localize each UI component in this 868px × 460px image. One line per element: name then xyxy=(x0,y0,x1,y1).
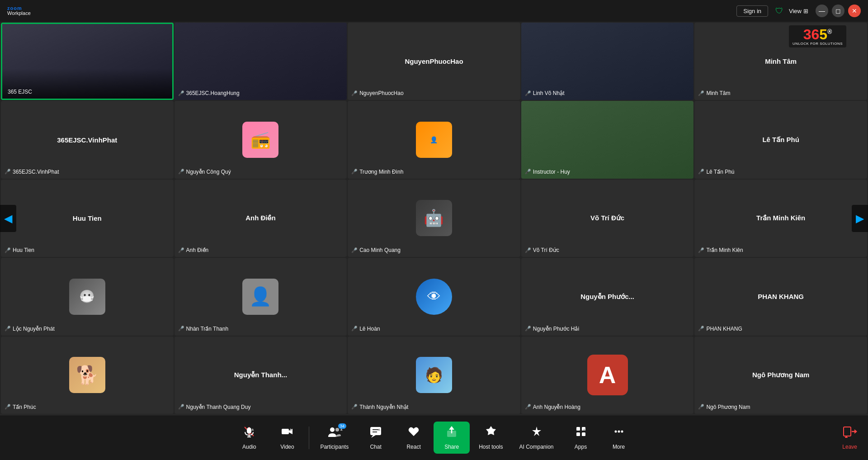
participant-cell-18[interactable]: 👁 🎤 Lê Hoàn xyxy=(348,258,520,335)
close-button[interactable]: ✕ xyxy=(848,5,861,17)
leave-button[interactable]: Leave xyxy=(842,425,857,450)
registered-mark: ® xyxy=(827,28,832,35)
toolbar-ai-companion[interactable]: AI Companion xyxy=(512,422,561,454)
video-chevron: ▲ xyxy=(289,427,293,432)
participant-cell-4[interactable]: 🎤 Linh Võ Nhật xyxy=(521,23,694,100)
participant-name-label-6: 🎤 365EJSC.VinhPhat xyxy=(5,169,59,175)
svg-point-21 xyxy=(614,431,617,433)
participant-name-label-21: 🎤 Tấn Phúc xyxy=(5,404,36,410)
view-button[interactable]: View ⊞ xyxy=(789,8,808,14)
participant-cell-19[interactable]: Nguyễn Phước... 🎤 Nguyễn Phước Hải xyxy=(521,258,694,335)
participant-cell-15[interactable]: Trần Minh Kiên 🎤 Trần Minh Kiên xyxy=(694,180,867,257)
grid-icon: ⊞ xyxy=(803,8,808,14)
mute-icon-18: 🎤 xyxy=(351,326,358,332)
participant-cell-3[interactable]: NguyenPhuocHao 🎤 NguyenPhuocHao xyxy=(348,23,520,100)
participant-cell-23[interactable]: 🧑 🎤 Thành Nguyễn Nhật xyxy=(348,337,520,414)
video-grid: 365 EJSC 🎤 365EJSC.HoangHung NguyenPhuoc… xyxy=(0,22,868,415)
react-label: React xyxy=(406,444,420,450)
ai-companion-icon xyxy=(530,425,543,441)
participant-name-label-11: 🎤 Huu Tien xyxy=(5,247,34,253)
participant-name-label-25: 🎤 Ngô Phương Nam xyxy=(698,404,750,410)
video-label: Video xyxy=(280,444,294,450)
svg-marker-10 xyxy=(371,435,376,438)
participant-display-name-11: Huu Tien xyxy=(69,213,105,224)
svg-point-8 xyxy=(335,428,339,432)
svg-point-7 xyxy=(330,427,335,432)
mute-icon-12: 🎤 xyxy=(178,247,184,253)
participant-cell-25[interactable]: Ngô Phương Nam 🎤 Ngô Phương Nam xyxy=(694,337,867,414)
window-controls: — ◻ ✕ xyxy=(816,5,861,17)
leave-icon xyxy=(843,425,857,441)
mute-icon-22: 🎤 xyxy=(178,404,184,410)
mute-icon-4: 🎤 xyxy=(525,90,531,96)
toolbar-audio[interactable]: ▲ Audio xyxy=(231,422,267,454)
participant-cell-11[interactable]: Huu Tien 🎤 Huu Tien xyxy=(1,180,174,257)
participant-name-label-19: 🎤 Nguyễn Phước Hải xyxy=(525,326,579,332)
mute-icon-23: 🎤 xyxy=(351,404,358,410)
toolbar-apps[interactable]: ▲ Apps xyxy=(563,422,599,454)
toolbar-chat[interactable]: ▲ Chat xyxy=(358,422,394,454)
participant-cell-22[interactable]: Nguyễn Thanh... 🎤 Nguyễn Thanh Quang Duy xyxy=(175,337,347,414)
participant-display-name-19: Nguyễn Phước... xyxy=(577,291,638,303)
mute-icon-24: 🎤 xyxy=(525,404,531,410)
more-label: More xyxy=(613,444,625,450)
participant-cell-20[interactable]: PHAN KHANG 🎤 PHAN KHANG xyxy=(694,258,867,335)
next-page-button[interactable]: ▶ xyxy=(852,205,868,232)
toolbar-more[interactable]: More xyxy=(601,422,637,454)
toolbar-share[interactable]: Share xyxy=(434,422,470,454)
toolbar-participants[interactable]: 34 ▲ Participants xyxy=(313,422,356,454)
participants-chevron: ▲ xyxy=(340,427,344,432)
video-icon: ▲ xyxy=(281,425,293,441)
participant-display-name-15: Trần Minh Kiên xyxy=(753,212,809,224)
toolbar-react[interactable]: React xyxy=(396,422,432,454)
participant-name-label-20: 🎤 PHAN KHANG xyxy=(698,326,742,332)
audio-label: Audio xyxy=(242,444,256,450)
participant-cell-6[interactable]: 365EJSC.VinhPhat 🎤 365EJSC.VinhPhat xyxy=(1,101,174,178)
svg-rect-17 xyxy=(576,427,580,431)
participant-cell-14[interactable]: Võ Trí Đức 🎤 Võ Trí Đức xyxy=(521,180,694,257)
chat-chevron: ▲ xyxy=(377,427,381,432)
participant-cell-10[interactable]: Lê Tấn Phú 🎤 Lê Tấn Phú xyxy=(694,101,867,178)
participant-cell-7[interactable]: 📻 🎤 Nguyễn Công Quý xyxy=(175,101,347,178)
participant-cell-24[interactable]: A 🎤 Anh Nguyễn Hoàng xyxy=(521,337,694,414)
participant-name-label-18: 🎤 Lê Hoàn xyxy=(351,326,380,332)
participant-name-label-16: 🎤 Lộc Nguyễn Phát xyxy=(5,326,55,332)
toolbar-video[interactable]: ▲ Video xyxy=(269,422,305,454)
participant-cell-17[interactable]: 👤 🎤 Nhàn Trần Thanh xyxy=(175,258,347,335)
participant-cell-12[interactable]: Anh Điền 🎤 Anh Điền xyxy=(175,180,347,257)
audio-icon: ▲ xyxy=(243,425,255,441)
participant-display-name-5: Minh Tâm xyxy=(761,56,800,67)
participant-cell-8[interactable]: 👤 🎤 Trương Minh Đình xyxy=(348,101,520,178)
participant-name-label-13: 🎤 Cao Minh Quang xyxy=(351,247,401,253)
share-label: Share xyxy=(444,444,459,450)
svg-marker-15 xyxy=(449,426,454,430)
mute-icon-25: 🎤 xyxy=(698,404,704,410)
mute-icon-14: 🎤 xyxy=(525,247,531,253)
participant-cell-1[interactable]: 365 EJSC xyxy=(1,23,174,100)
brand-6: 6 xyxy=(811,26,819,43)
participant-cell-2[interactable]: 🎤 365EJSC.HoangHung xyxy=(175,23,347,100)
workplace-brand-text: Workplace xyxy=(7,11,31,16)
mute-icon-20: 🎤 xyxy=(698,326,704,332)
participant-name-label-14: 🎤 Võ Trí Đức xyxy=(525,247,559,253)
chat-label: Chat xyxy=(370,444,381,450)
react-icon xyxy=(407,425,420,441)
brand-subtitle: UNLOCK FOR SOLUTIONS xyxy=(793,42,843,46)
participant-cell-16[interactable]: 😷 🎤 Lộc Nguyễn Phát xyxy=(1,258,174,335)
toolbar-host-tools[interactable]: Host tools xyxy=(472,422,510,454)
participant-name-label-5: 🎤 Minh Tâm xyxy=(698,90,730,96)
svg-rect-5 xyxy=(282,429,289,434)
minimize-button[interactable]: — xyxy=(816,5,828,17)
maximize-button[interactable]: ◻ xyxy=(832,5,844,17)
participant-display-name-22: Nguyễn Thanh... xyxy=(231,369,291,381)
svg-marker-16 xyxy=(532,427,541,436)
participant-cell-13[interactable]: 🤖 🎤 Cao Minh Quang xyxy=(348,180,520,257)
prev-page-button[interactable]: ◀ xyxy=(0,205,16,232)
mute-icon-10: 🎤 xyxy=(698,169,704,175)
divider-1 xyxy=(309,427,309,449)
participant-cell-21[interactable]: 🐕 🎤 Tấn Phúc xyxy=(1,337,174,414)
participant-name-label-4: 🎤 Linh Võ Nhật xyxy=(525,90,565,96)
sign-in-button[interactable]: Sign in xyxy=(736,5,768,17)
participant-cell-9[interactable]: 🎤 Instructor - Huy xyxy=(521,101,694,178)
mute-icon-21: 🎤 xyxy=(5,404,11,410)
